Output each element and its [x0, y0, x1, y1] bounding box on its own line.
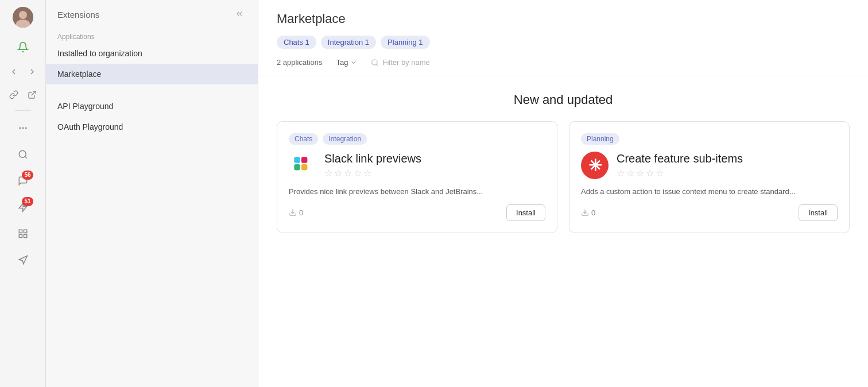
card-title-block: Create feature sub-items ☆ ☆ ☆ ☆ ☆ — [617, 152, 743, 179]
back-button[interactable] — [5, 62, 22, 82]
main-content-area: Marketplace Chats 1 Integration 1 Planni… — [258, 0, 868, 387]
card-description: Provides nice link previews between Slac… — [289, 186, 545, 198]
avatar[interactable] — [13, 7, 33, 28]
card-slack-link-previews: Chats Integration Slack link previews — [277, 121, 557, 233]
sidebar-item-installed[interactable]: Installed to organization — [46, 43, 258, 64]
search-placeholder: Filter by name — [382, 58, 429, 67]
svg-rect-16 — [294, 157, 300, 163]
page-title: Marketplace — [277, 11, 850, 26]
card-title: Create feature sub-items — [617, 152, 743, 165]
app-count: 2 applications — [277, 58, 323, 67]
bell-icon[interactable] — [11, 36, 34, 59]
forward-button[interactable] — [24, 62, 41, 82]
download-count: 0 — [581, 208, 595, 217]
svg-point-7 — [19, 150, 26, 157]
svg-line-15 — [377, 64, 378, 65]
sidebar-collapse-button[interactable] — [232, 8, 246, 21]
card-app-info: ✳ Create feature sub-items ☆ ☆ ☆ ☆ ☆ — [581, 152, 838, 179]
star-2: ☆ — [334, 168, 342, 179]
more-icon[interactable] — [11, 117, 34, 140]
filter-tag-planning[interactable]: Planning 1 — [381, 36, 429, 49]
lightning-icon[interactable]: 51 — [11, 196, 34, 219]
divider-1 — [15, 110, 31, 111]
star-4: ☆ — [354, 168, 362, 179]
svg-point-14 — [372, 59, 377, 64]
sidebar-header: Extensions — [46, 0, 258, 27]
sidebar-item-api-playground[interactable]: API Playground — [46, 96, 258, 117]
svg-line-3 — [31, 91, 35, 95]
card-tags: Planning — [581, 133, 838, 145]
svg-point-4 — [19, 127, 21, 129]
svg-rect-11 — [24, 230, 26, 233]
svg-rect-18 — [301, 164, 308, 171]
svg-rect-17 — [294, 164, 300, 171]
section-title: New and updated — [277, 92, 850, 107]
chat-badge: 56 — [22, 171, 33, 180]
filter-tags-bar: Chats 1 Integration 1 Planning 1 — [277, 36, 850, 49]
svg-point-1 — [19, 11, 27, 19]
sidebar: Extensions Applications Installed to org… — [46, 0, 258, 387]
sidebar-item-oauth-playground[interactable]: OAuth Playground — [46, 117, 258, 137]
sidebar-gap — [46, 84, 258, 96]
lightning-badge: 51 — [22, 197, 33, 206]
link-icon[interactable] — [5, 85, 22, 105]
card-tag-integration: Integration — [323, 133, 367, 145]
install-button-sub-items[interactable]: Install — [799, 204, 838, 221]
main-header: Marketplace Chats 1 Integration 1 Planni… — [258, 0, 868, 76]
star-1: ☆ — [617, 168, 625, 179]
link-buttons — [5, 85, 41, 105]
card-title: Slack link previews — [324, 152, 421, 165]
chat-icon[interactable]: 56 — [11, 169, 34, 192]
megaphone-icon[interactable] — [11, 249, 34, 272]
download-count: 0 — [289, 208, 303, 217]
svg-rect-10 — [19, 230, 22, 233]
card-footer: 0 Install — [581, 204, 838, 221]
card-tag-chats: Chats — [289, 133, 318, 145]
star-2: ☆ — [626, 168, 634, 179]
card-feature-sub-items: Planning ✳ Create feature sub-items ☆ ☆ … — [569, 121, 850, 233]
svg-line-8 — [25, 156, 26, 158]
external-link-icon[interactable] — [24, 85, 41, 105]
card-footer: 0 Install — [289, 204, 545, 221]
star-4: ☆ — [646, 168, 654, 179]
toolbar: 2 applications Tag Filter by name — [277, 56, 850, 76]
card-tag-planning: Planning — [581, 133, 619, 145]
search-icon[interactable] — [11, 143, 34, 166]
star-3: ☆ — [636, 168, 644, 179]
star-rating: ☆ ☆ ☆ ☆ ☆ — [617, 168, 743, 179]
svg-rect-12 — [19, 235, 22, 238]
filter-tag-chats[interactable]: Chats 1 — [277, 36, 316, 49]
svg-rect-13 — [24, 235, 26, 238]
card-description: Adds a custom action to issue context me… — [581, 186, 838, 198]
icon-bar: 56 51 — [0, 0, 46, 387]
nav-buttons — [5, 62, 41, 82]
section-applications-label: Applications — [46, 27, 258, 43]
star-5: ☆ — [363, 168, 371, 179]
main-scroll-area: New and updated Chats Integration — [258, 76, 868, 387]
star-5: ☆ — [656, 168, 664, 179]
svg-rect-19 — [301, 157, 308, 163]
grid-icon[interactable] — [11, 222, 34, 245]
slack-logo — [289, 152, 316, 179]
svg-point-5 — [22, 127, 24, 129]
card-title-block: Slack link previews ☆ ☆ ☆ ☆ ☆ — [324, 152, 421, 179]
star-rating: ☆ ☆ ☆ ☆ ☆ — [324, 168, 421, 179]
filter-search[interactable]: Filter by name — [371, 58, 429, 67]
filter-tag-integration[interactable]: Integration 1 — [321, 36, 376, 49]
tag-dropdown[interactable]: Tag — [332, 56, 362, 69]
install-button-slack[interactable]: Install — [506, 204, 545, 221]
cards-grid: Chats Integration Slack link previews — [277, 121, 850, 233]
star-3: ☆ — [344, 168, 352, 179]
asterisk-logo: ✳ — [581, 152, 609, 179]
sidebar-item-marketplace[interactable]: Marketplace — [46, 64, 258, 84]
sidebar-title: Extensions — [57, 10, 99, 20]
svg-point-6 — [25, 127, 26, 129]
card-tags: Chats Integration — [289, 133, 545, 145]
card-app-info: Slack link previews ☆ ☆ ☆ ☆ ☆ — [289, 152, 545, 179]
star-1: ☆ — [324, 168, 332, 179]
